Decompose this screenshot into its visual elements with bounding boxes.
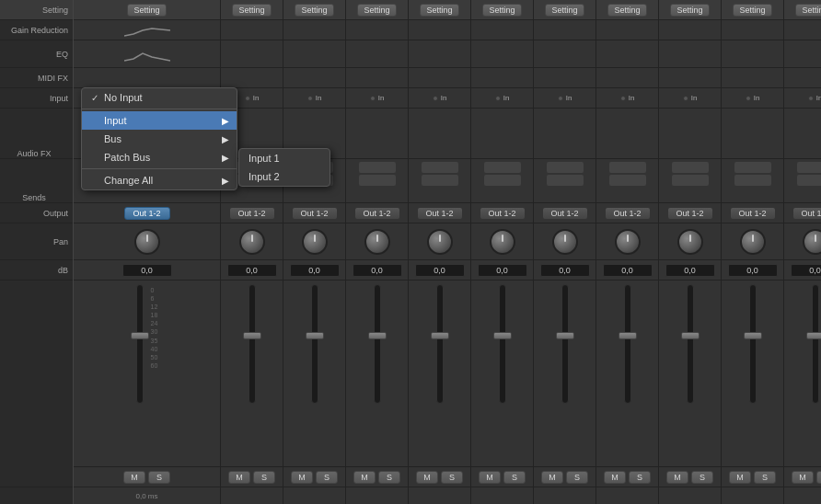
- submenu-input2[interactable]: Input 2: [239, 167, 330, 186]
- ch9-db-input[interactable]: [665, 264, 715, 277]
- ch3-output-button[interactable]: Out 1-2: [292, 207, 338, 220]
- ch11-output-button[interactable]: Out 1-2: [792, 207, 822, 220]
- ch9-output-button[interactable]: Out 1-2: [667, 207, 713, 220]
- ch5-mute-button[interactable]: M: [416, 471, 438, 484]
- ch9-mute-button[interactable]: M: [666, 471, 688, 484]
- ch4-db-input[interactable]: [353, 264, 402, 277]
- ch8-fader-handle[interactable]: [619, 332, 637, 339]
- ch11-fader-track[interactable]: [812, 284, 819, 404]
- ch11-mute-button[interactable]: M: [792, 471, 814, 484]
- ch5-fader-track[interactable]: [436, 284, 444, 404]
- ch3-fader-handle[interactable]: [306, 332, 324, 339]
- ch4-setting-button[interactable]: Setting: [357, 4, 396, 17]
- ch11-pan-knob[interactable]: [803, 229, 822, 255]
- ch4-fader-track[interactable]: [374, 284, 381, 404]
- ch11-db-input[interactable]: [791, 264, 822, 277]
- ch6-db-input[interactable]: [478, 264, 527, 277]
- ch4-pan-knob[interactable]: [364, 229, 390, 255]
- ch3-pan-knob[interactable]: [302, 229, 328, 255]
- input-submenu[interactable]: Input 1 Input 2: [238, 148, 330, 187]
- dropdown-input-item[interactable]: Input ▶ Input 1 Input 2: [82, 111, 237, 130]
- ch8-solo-button[interactable]: S: [629, 471, 651, 484]
- ch5-solo-button[interactable]: S: [441, 471, 463, 484]
- submenu-input1[interactable]: Input 1: [239, 149, 330, 167]
- ch8-mute-button[interactable]: M: [604, 471, 626, 484]
- ch6-fader-handle[interactable]: [493, 332, 512, 339]
- ch6-mute-button[interactable]: M: [479, 471, 501, 484]
- ch8-db-input[interactable]: [603, 264, 653, 277]
- ch1-setting-button[interactable]: Setting: [127, 4, 166, 17]
- ch10-pan-knob[interactable]: [740, 229, 766, 255]
- ch7-output-button[interactable]: Out 1-2: [542, 207, 588, 220]
- ch6-setting-button[interactable]: Setting: [482, 4, 521, 17]
- ch2-fader-handle[interactable]: [243, 332, 261, 339]
- ch9-solo-button[interactable]: S: [691, 471, 713, 484]
- ch2-solo-button[interactable]: S: [253, 471, 275, 484]
- ch2-pan-knob[interactable]: [239, 229, 265, 255]
- ch3-mute-button[interactable]: M: [291, 471, 313, 484]
- ch8-output-button[interactable]: Out 1-2: [605, 207, 651, 220]
- ch7-fader-track[interactable]: [561, 284, 569, 404]
- ch1-mute-button[interactable]: M: [123, 471, 145, 484]
- ch8-setting-button[interactable]: Setting: [607, 4, 646, 17]
- ch1-fader-track[interactable]: [136, 284, 144, 404]
- ch5-db-input[interactable]: [415, 264, 465, 277]
- ch9-pan-knob[interactable]: [677, 229, 703, 255]
- ch7-fader-handle[interactable]: [556, 332, 574, 339]
- ch11-fader-handle[interactable]: [806, 332, 822, 339]
- ch11-solo-button[interactable]: S: [816, 471, 821, 484]
- dropdown-change-all-item[interactable]: Change All ▶: [82, 171, 237, 189]
- ch9-fader-track[interactable]: [687, 284, 694, 404]
- ch2-output-button[interactable]: Out 1-2: [229, 207, 275, 220]
- ch5-setting-button[interactable]: Setting: [420, 4, 458, 17]
- ch10-db-input[interactable]: [728, 264, 778, 277]
- ch4-mute-button[interactable]: M: [353, 471, 376, 484]
- ch9-fader-handle[interactable]: [681, 332, 700, 339]
- ch8-pan-knob[interactable]: [615, 229, 641, 255]
- ch10-solo-button[interactable]: S: [754, 471, 776, 484]
- ch4-output-button[interactable]: Out 1-2: [354, 207, 400, 220]
- ch6-fader-track[interactable]: [499, 284, 506, 404]
- ch5-pan-knob[interactable]: [427, 229, 453, 255]
- ch10-setting-button[interactable]: Setting: [733, 4, 771, 17]
- ch2-input-led: [245, 96, 250, 101]
- ch5-output-button[interactable]: Out 1-2: [417, 207, 463, 220]
- ch7-db-input[interactable]: [540, 264, 590, 277]
- ch1-db-input[interactable]: [122, 264, 172, 277]
- ch10-mute-button[interactable]: M: [729, 471, 751, 484]
- ch4-fader-handle[interactable]: [368, 332, 387, 339]
- ch2-setting-button[interactable]: Setting: [232, 4, 271, 17]
- channel-strip-8: Setting In Out 1-2 MS: [596, 0, 659, 504]
- ch2-db-input[interactable]: [227, 264, 277, 277]
- ch7-solo-button[interactable]: S: [566, 471, 588, 484]
- ch3-setting-button[interactable]: Setting: [295, 4, 333, 17]
- ch7-pan-knob[interactable]: [552, 229, 578, 255]
- ch4-solo-button[interactable]: S: [378, 471, 400, 484]
- ch6-solo-button[interactable]: S: [503, 471, 526, 484]
- ch3-db-input[interactable]: [290, 264, 340, 277]
- ch2-fader-track[interactable]: [249, 284, 256, 404]
- ch7-setting-button[interactable]: Setting: [545, 4, 584, 17]
- ch11-setting-button[interactable]: Setting: [795, 4, 821, 17]
- ch3-fader-track[interactable]: [311, 284, 318, 404]
- ch5-fader-handle[interactable]: [431, 332, 449, 339]
- ch6-pan-knob[interactable]: [490, 229, 515, 255]
- ch7-mute-button[interactable]: M: [541, 471, 563, 484]
- ch1-fader-handle[interactable]: [131, 332, 149, 339]
- dropdown-no-input[interactable]: ✓ No Input: [82, 88, 237, 107]
- ch1-pan-knob[interactable]: [134, 229, 160, 255]
- ch8-fader-track[interactable]: [624, 284, 631, 404]
- dropdown-bus-item[interactable]: Bus ▶: [82, 130, 237, 148]
- ch10-output-button[interactable]: Out 1-2: [730, 207, 776, 220]
- ch10-fader-track[interactable]: [749, 284, 757, 404]
- input-item-arrow: ▶: [222, 116, 229, 126]
- ch1-solo-button[interactable]: S: [148, 471, 170, 484]
- input-dropdown-menu[interactable]: ✓ No Input Input ▶ Input 1 Input 2 Bus ▶: [81, 87, 237, 190]
- ch1-output-button[interactable]: Out 1-2: [124, 207, 170, 220]
- ch10-fader-handle[interactable]: [744, 332, 762, 339]
- ch9-setting-button[interactable]: Setting: [670, 4, 709, 17]
- ch3-solo-button[interactable]: S: [316, 471, 338, 484]
- dropdown-patch-bus-item[interactable]: Patch Bus ▶: [82, 148, 237, 166]
- ch2-mute-button[interactable]: M: [228, 471, 250, 484]
- ch6-output-button[interactable]: Out 1-2: [480, 207, 526, 220]
